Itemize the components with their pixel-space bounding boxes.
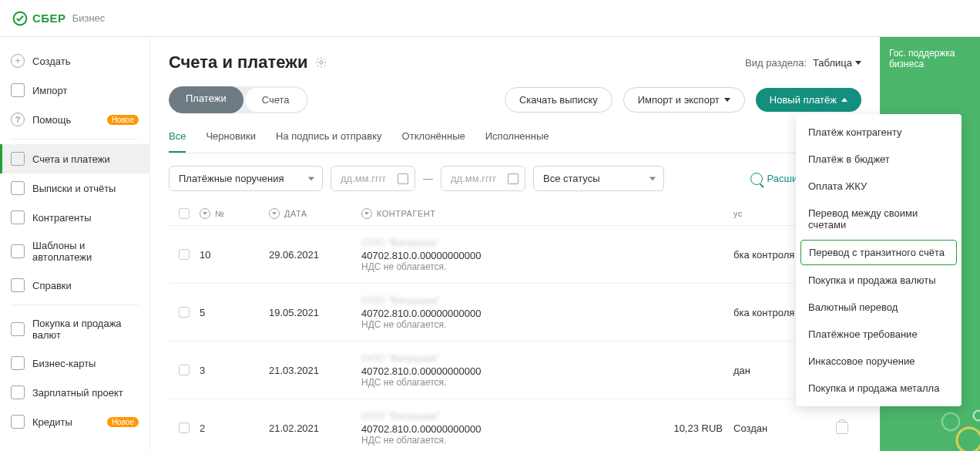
svg-point-2 (957, 428, 980, 451)
download-statement-button[interactable]: Скачать выписку (505, 87, 612, 113)
row-acct: 40702.810.0.00000000000 (361, 308, 481, 319)
status-select[interactable]: Все статусы (533, 166, 664, 191)
row-name: ООО "Ватрушка" (361, 410, 481, 422)
sidebar-import[interactable]: Импорт (0, 76, 149, 105)
table-row[interactable]: 5 19.05.2021 ООО "Ватрушка" 40702.810.0.… (169, 283, 861, 341)
calendar-icon (398, 173, 408, 184)
table-row[interactable]: 2 21.02.2021 ООО "Ватрушка" 40702.810.0.… (169, 399, 861, 451)
import-export-button[interactable]: Импорт и экспорт (623, 87, 745, 113)
dd-item-budget[interactable]: Платёж в бюджет (796, 146, 962, 173)
seg-payments[interactable]: Платежи (169, 86, 243, 113)
row-checkbox[interactable] (179, 249, 190, 260)
tab-rejected[interactable]: Отклонённые (402, 126, 465, 153)
dd-item-collection[interactable]: Инкассовое поручение (796, 348, 962, 375)
sidebar-create[interactable]: Создать (0, 46, 149, 76)
dd-item-transit[interactable]: Перевод с транзитного счёта (800, 240, 957, 265)
sidebar-item-cards[interactable]: Бизнес-карты (0, 348, 149, 378)
row-status: Создан (723, 422, 823, 434)
col-status-label: ус (733, 209, 743, 218)
new-payment-dropdown: Платёж контрагенту Платёж в бюджет Оплат… (796, 114, 962, 406)
payroll-icon (11, 385, 25, 399)
content: Счета и платежи Вид раздела: Таблица (150, 37, 880, 451)
sidebar-item-accounts-payments[interactable]: Счета и платежи (0, 144, 149, 173)
card-icon (11, 356, 25, 370)
row-num: 10 (200, 249, 269, 261)
sort-contr-icon[interactable] (361, 208, 372, 219)
calendar-icon (508, 173, 519, 184)
sidebar-item-label: Справки (32, 280, 72, 291)
reference-icon (11, 278, 25, 292)
doc-type-select[interactable]: Платёжные поручения (169, 166, 323, 191)
sort-num-icon[interactable] (200, 208, 210, 219)
gear-icon[interactable] (315, 56, 327, 69)
sidebar-item-label: Выписки и отчёты (32, 183, 116, 194)
sidebar-help[interactable]: Помощь Новое (0, 105, 149, 134)
date-from-input[interactable]: дд.мм.гггг (331, 166, 415, 191)
tab-all[interactable]: Все (169, 126, 186, 153)
sidebar-help-label: Помощь (32, 114, 71, 126)
row-name: ООО "Ватрушка" (361, 352, 481, 364)
status-tabs: Все Черновики На подпись и отправку Откл… (169, 126, 861, 153)
dd-item-payment-request[interactable]: Платёжное требование (796, 321, 962, 348)
dd-item-counterparty[interactable]: Платёж контрагенту (796, 119, 962, 146)
sidebar-item-payroll[interactable]: Зарплатный проект (0, 378, 149, 407)
sidebar-create-label: Создать (32, 56, 70, 67)
row-vat: НДС не облагается. (361, 435, 481, 446)
new-payment-button[interactable]: Новый платёж (756, 88, 861, 112)
tab-executed[interactable]: Исполненные (485, 126, 549, 153)
dd-item-metal[interactable]: Покупка и продажа металла (796, 375, 962, 402)
topbar: СБЕР Бизнес (0, 0, 980, 37)
svg-point-1 (320, 61, 323, 64)
dd-item-utilities[interactable]: Оплата ЖКУ (796, 173, 962, 200)
sidebar-item-label: Бизнес-карты (32, 358, 96, 369)
select-all-checkbox[interactable] (179, 208, 190, 219)
search-icon (750, 173, 763, 185)
sidebar-item-credits[interactable]: Кредиты Новое (0, 407, 149, 436)
row-acct: 40702.810.0.00000000000 (361, 250, 481, 261)
sidebar-item-fx[interactable]: Покупка и продажа валют (0, 310, 149, 348)
plus-circle-icon (11, 54, 25, 68)
logo-brand: СБЕР (32, 12, 66, 25)
credit-icon (11, 415, 25, 429)
tab-sign-send[interactable]: На подпись и отправку (276, 126, 382, 153)
row-checkbox[interactable] (179, 307, 190, 318)
promo-line1: Гос. поддержка (889, 48, 971, 59)
date-to-input[interactable]: дд.мм.гггг (441, 166, 525, 191)
dd-item-fx-transfer[interactable]: Валютный перевод (796, 294, 962, 321)
sidebar-item-references[interactable]: Справки (0, 271, 149, 300)
dd-item-fx-trade[interactable]: Покупка и продажа валюты (796, 267, 962, 294)
logo[interactable]: СБЕР Бизнес (12, 11, 105, 26)
view-mode-value: Таблица (813, 57, 852, 69)
filters-row: Платёжные поручения дд.мм.гггг — дд.мм.г… (169, 166, 861, 191)
row-num: 5 (200, 307, 269, 318)
row-name: ООО "Ватрушка" (361, 294, 481, 306)
sidebar-item-label: Контрагенты (32, 212, 92, 224)
row-checkbox[interactable] (179, 422, 190, 433)
dd-item-own-transfer[interactable]: Перевод между своими счетами (796, 200, 962, 238)
table-row[interactable]: 3 21.03.2021 ООО "Ватрушка" 40702.810.0.… (169, 341, 861, 399)
sidebar-item-templates[interactable]: Шаблоны и автоплатежи (0, 232, 149, 271)
sidebar-item-counterparties[interactable]: Контрагенты (0, 203, 149, 232)
seg-accounts[interactable]: Счета (245, 88, 307, 112)
sort-date-icon[interactable] (269, 208, 280, 219)
row-checkbox[interactable] (179, 365, 190, 375)
date-to-placeholder: дд.мм.гггг (451, 173, 496, 184)
download-label: Скачать выписку (519, 94, 598, 106)
view-mode-label: Вид раздела: (745, 57, 807, 69)
table-row[interactable]: 10 29.06.2021 ООО "Ватрушка" 40702.810.0… (169, 225, 861, 283)
sidebar-item-statements[interactable]: Выписки и отчёты (0, 173, 149, 203)
row-date: 21.02.2021 (269, 422, 361, 434)
date-from-placeholder: дд.мм.гггг (341, 173, 386, 184)
svg-point-3 (942, 413, 959, 430)
row-num: 3 (200, 365, 269, 376)
view-mode-select[interactable]: Таблица (813, 57, 861, 69)
page-title: Счета и платежи (169, 52, 307, 72)
trash-icon[interactable] (836, 422, 848, 434)
import-export-label: Импорт и экспорт (638, 94, 720, 106)
col-date-label: ДАТА (284, 209, 307, 218)
svg-point-4 (974, 411, 980, 421)
view-mode: Вид раздела: Таблица (745, 57, 861, 69)
chevron-down-icon (724, 98, 730, 102)
tab-drafts[interactable]: Черновики (206, 126, 256, 153)
row-vat: НДС не облагается. (361, 261, 481, 272)
